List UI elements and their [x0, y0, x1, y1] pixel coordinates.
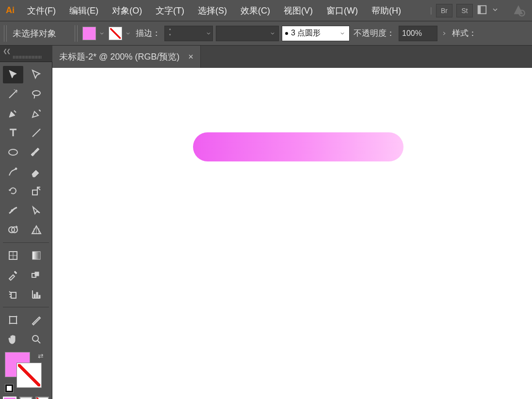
color-mode-none[interactable] [35, 397, 49, 399]
chevron-down-icon [269, 30, 276, 37]
panel-drag-grip[interactable] [13, 56, 42, 59]
selection-status: 未选择对象 [12, 28, 70, 39]
brush-dot-icon [285, 32, 288, 35]
stroke-weight-input[interactable]: ˄ ˅ [164, 26, 213, 41]
menu-view[interactable]: 视图(V) [277, 2, 320, 19]
toolbar-divider [3, 242, 49, 243]
document-tab[interactable]: 未标题-2* @ 200% (RGB/预览) × [52, 46, 201, 68]
svg-rect-13 [35, 272, 39, 276]
eyedropper-tool[interactable] [3, 266, 23, 284]
opacity-value: 100% [402, 29, 422, 38]
blend-tool[interactable] [26, 266, 47, 284]
sync-icon[interactable] [512, 3, 525, 18]
menu-window[interactable]: 窗口(W) [320, 2, 365, 19]
perspective-grid-tool[interactable] [26, 221, 47, 239]
stroke-weight-up-icon[interactable]: ˄ [169, 28, 171, 33]
stroke-label: 描边： [135, 28, 161, 39]
type-tool[interactable] [3, 124, 23, 142]
svg-point-3 [32, 91, 40, 96]
color-mode-gradient[interactable] [19, 397, 33, 399]
collapse-arrows-icon: ❮❮ [3, 48, 10, 54]
fill-color-swatch[interactable] [82, 27, 96, 40]
eraser-tool[interactable] [26, 163, 47, 180]
options-bar-grip[interactable] [4, 25, 7, 42]
opacity-chevron[interactable] [440, 30, 448, 37]
paintbrush-tool[interactable] [26, 144, 47, 161]
gradient-tool[interactable] [26, 247, 47, 264]
curvature-tool[interactable] [26, 105, 47, 122]
svg-rect-14 [11, 292, 16, 298]
stroke-proxy[interactable] [16, 363, 42, 388]
magic-wand-tool[interactable] [3, 85, 23, 103]
menu-edit[interactable]: 编辑(E) [63, 2, 105, 19]
svg-rect-16 [36, 292, 38, 298]
color-mode-solid[interactable] [3, 397, 16, 399]
svg-rect-18 [10, 317, 16, 323]
menu-help[interactable]: 帮助(H) [365, 2, 408, 19]
free-transform-tool[interactable] [26, 202, 47, 219]
stroke-dropdown-chevron[interactable] [124, 30, 132, 37]
stroke-profile-dropdown[interactable] [216, 26, 279, 41]
opacity-input[interactable]: 100% [399, 26, 437, 41]
shaper-tool[interactable] [3, 163, 23, 180]
rotate-tool[interactable] [3, 182, 23, 200]
mesh-tool[interactable] [3, 247, 23, 264]
symbol-sprayer-tool[interactable] [3, 286, 23, 303]
bridge-button[interactable]: Br [436, 4, 452, 17]
svg-rect-1 [478, 5, 481, 14]
direct-selection-tool[interactable] [26, 66, 47, 83]
artboard-tool[interactable] [3, 311, 23, 329]
selection-tool[interactable] [3, 66, 23, 83]
line-segment-tool[interactable] [26, 124, 47, 142]
ellipse-tool[interactable] [3, 144, 23, 161]
svg-rect-6 [32, 190, 37, 195]
svg-rect-11 [32, 252, 40, 259]
stroke-weight-chevron[interactable] [205, 30, 212, 37]
brush-label: 3 点圆形 [291, 28, 321, 38]
fill-dropdown-chevron[interactable] [98, 30, 106, 37]
swap-fill-stroke-icon[interactable]: ⇄ [38, 352, 44, 360]
stroke-color-swatch[interactable] [109, 27, 122, 40]
opacity-label: 不透明度： [353, 28, 396, 39]
workspace-icon[interactable] [477, 4, 487, 17]
zoom-tool[interactable] [26, 331, 47, 348]
close-tab-icon[interactable]: × [188, 52, 193, 62]
divider: | [430, 6, 432, 15]
canvas[interactable] [52, 68, 532, 399]
default-fill-stroke-icon[interactable] [5, 384, 14, 393]
app-logo: Ai [4, 5, 20, 16]
workspace-dropdown-chevron[interactable] [491, 6, 499, 16]
menu-file[interactable]: 文件(F) [20, 2, 63, 19]
svg-point-5 [15, 168, 17, 170]
svg-point-7 [11, 209, 13, 211]
svg-point-4 [9, 149, 17, 155]
toolbar-divider [3, 307, 49, 307]
pen-tool[interactable] [3, 105, 23, 122]
lasso-tool[interactable] [26, 85, 47, 103]
options-bar-grip[interactable] [75, 25, 78, 42]
menu-object[interactable]: 对象(O) [105, 2, 149, 19]
panel-collapse-grip[interactable]: ❮❮ [0, 46, 52, 62]
brush-definition-dropdown[interactable]: 3 点圆形 [282, 26, 350, 41]
fill-stroke-proxies[interactable]: ⇄ [3, 350, 48, 394]
style-label: 样式： [451, 28, 478, 39]
chevron-down-icon [339, 30, 346, 37]
stroke-weight-down-icon[interactable]: ˅ [169, 33, 171, 39]
column-graph-tool[interactable] [26, 286, 47, 303]
slice-tool[interactable] [26, 311, 47, 329]
svg-point-19 [32, 335, 38, 341]
width-tool[interactable] [3, 202, 23, 219]
svg-rect-17 [39, 295, 40, 298]
menu-select[interactable]: 选择(S) [191, 2, 234, 19]
hand-tool[interactable] [3, 331, 23, 348]
shape-builder-tool[interactable] [3, 221, 23, 239]
menu-type[interactable]: 文字(T) [149, 2, 191, 19]
scale-tool[interactable] [26, 182, 47, 200]
stock-button[interactable]: St [456, 4, 473, 17]
menu-effect[interactable]: 效果(C) [234, 2, 277, 19]
canvas-shape-rounded-rect[interactable] [193, 132, 403, 161]
svg-rect-15 [34, 294, 35, 298]
document-tab-title: 未标题-2* @ 200% (RGB/预览) [59, 51, 179, 63]
